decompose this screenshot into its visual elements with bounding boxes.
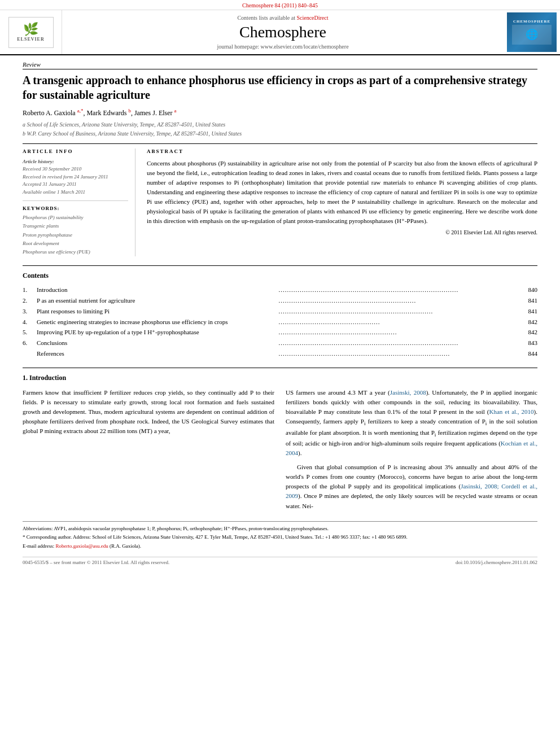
abstract-label: ABSTRACT (147, 148, 537, 154)
intro-p3: Given that global consumption of P is in… (286, 462, 537, 510)
abstract-copyright: © 2011 Elsevier Ltd. All rights reserved… (147, 229, 537, 235)
article-title: A transgenic approach to enhance phospho… (23, 73, 537, 102)
intro-col-right: US farmers use around 4.3 MT a year (Jas… (286, 388, 537, 515)
affiliations: a School of Life Sciences, Arizona State… (23, 121, 537, 138)
authors-text: Roberto A. Gaxiola a,*, Mark Edwards b, … (23, 109, 177, 117)
intro-body-columns: Farmers know that insufficient P fertili… (23, 388, 537, 515)
contents-item-6: 6. Conclusions .........................… (23, 338, 537, 348)
sciencedirect-info: Contents lists available at ScienceDirec… (237, 15, 328, 21)
abbrev-text: Abbreviations: AVP1, arabidopsis vacuola… (23, 526, 329, 531)
globe-icon: 🌐 (512, 25, 552, 45)
contents-item-4: 4. Genetic engineering strategies to inc… (23, 317, 537, 327)
keyword-3: Proton pyrophosphatase (23, 231, 128, 239)
affiliation-b: b W.P. Carey School of Business, Arizona… (23, 130, 537, 138)
email-note: (R.A. Gaxiola). (110, 543, 141, 549)
email-label: E-mail address: (23, 543, 54, 549)
elsevier-logo-area: 🌿 ELSEVIER (0, 10, 62, 54)
elsevier-tree-icon: 🌿 (23, 23, 38, 36)
issn-text: 0045-6535/$ – see front matter © 2011 El… (23, 560, 169, 565)
article-info-label: ARTICLE INFO (23, 148, 128, 154)
article-type: Review (23, 61, 537, 69)
email-link[interactable]: Roberto.gaxiola@asu.edu (55, 543, 108, 549)
journal-header: 🌿 ELSEVIER Contents lists available at S… (0, 10, 560, 55)
contents-item-1: 1. Introduction ........................… (23, 285, 537, 295)
journal-citation: Chemosphere 84 (2011) 840–845 (242, 2, 318, 8)
contents-title: Contents (23, 272, 537, 280)
journal-ref-bar: Chemosphere 84 (2011) 840–845 (0, 0, 560, 10)
intro-col-left: Farmers know that insufficient P fertili… (23, 388, 274, 515)
contents-item-3: 3. Plant responses to limiting Pi ......… (23, 306, 537, 317)
article-info-column: ARTICLE INFO Article history: Received 3… (23, 148, 135, 256)
journal-title: Chemosphere (239, 23, 326, 41)
chemosphere-logo-area: CHEMOSPHERE 🌐 (504, 10, 560, 54)
bottom-bar: 0045-6535/$ – see front matter © 2011 El… (23, 557, 537, 565)
received-date: Received 30 September 2010 Received in r… (23, 165, 128, 196)
keywords-section: Keywords: Phosphorus (P) sustainability … (23, 200, 128, 256)
contents-item-ref: References .............................… (23, 348, 537, 359)
journal-title-area: Contents lists available at ScienceDirec… (62, 10, 504, 54)
article-history: Article history: Received 30 September 2… (23, 159, 128, 196)
email-footnote: E-mail address: Roberto.gaxiola@asu.edu … (23, 543, 537, 551)
chemosphere-logo: CHEMOSPHERE 🌐 (507, 12, 557, 52)
keyword-1: Phosphorus (P) sustainability (23, 213, 128, 222)
intro-p2: US farmers use around 4.3 MT a year (Jas… (286, 388, 537, 458)
journal-homepage: journal homepage: www.elsevier.com/locat… (217, 43, 348, 50)
corresponding-footnote: * Corresponding author. Address: School … (23, 534, 537, 541)
abbreviations-footnote: Abbreviations: AVP1, arabidopsis vacuola… (23, 525, 537, 533)
contents-section: Contents 1. Introduction ...............… (23, 265, 537, 359)
introduction-section: 1. Introduction Farmers know that insuff… (23, 368, 537, 515)
main-content: Review A transgenic approach to enhance … (0, 55, 560, 571)
doi-text: doi:10.1016/j.chemosphere.2011.01.062 (456, 560, 537, 565)
keyword-2: Transgenic plants (23, 222, 128, 230)
keyword-4: Root development (23, 239, 128, 248)
history-title: Article history: (23, 159, 128, 164)
khan-2010-ref[interactable]: Khan et al., 2010 (489, 408, 533, 415)
sciencedirect-link[interactable]: ScienceDirect (296, 15, 328, 21)
abstract-text: Concerns about phosphorus (P) sustainabi… (147, 159, 537, 226)
kochian-2004-ref[interactable]: Kochian et al., 2004 (286, 440, 537, 456)
intro-heading: 1. Introduction (23, 374, 537, 382)
corresponding-text: * Corresponding author. Address: School … (23, 534, 408, 540)
footnotes-section: Abbreviations: AVP1, arabidopsis vacuola… (23, 521, 537, 551)
affiliation-a: a School of Life Sciences, Arizona State… (23, 121, 537, 129)
intro-p1: Farmers know that insufficient P fertili… (23, 388, 274, 436)
keywords-title: Keywords: (23, 206, 128, 211)
contents-item-2: 2. P as an essential nutrient for agricu… (23, 295, 537, 306)
keywords-list: Phosphorus (P) sustainability Transgenic… (23, 213, 128, 256)
contents-item-5: 5. Improving PUE by up-regulation of a t… (23, 327, 537, 338)
authors-line: Roberto A. Gaxiola a,*, Mark Edwards b, … (23, 108, 537, 117)
keyword-5: Phosphorus use efficiency (PUE) (23, 248, 128, 256)
elsevier-logo: 🌿 ELSEVIER (8, 17, 54, 48)
intro-text-right: US farmers use around 4.3 MT a year (Jas… (286, 388, 537, 510)
elsevier-label: ELSEVIER (17, 37, 44, 42)
jasinski-cordell-ref[interactable]: Jasinski, 2008; Cordell et al., 2009 (286, 483, 537, 499)
jasinski-2008-ref[interactable]: Jasinski, 2008 (390, 389, 426, 396)
intro-text-left: Farmers know that insufficient P fertili… (23, 388, 274, 436)
info-abstract-section: ARTICLE INFO Article history: Received 3… (23, 143, 537, 256)
abstract-column: ABSTRACT Concerns about phosphorus (P) s… (147, 148, 537, 256)
